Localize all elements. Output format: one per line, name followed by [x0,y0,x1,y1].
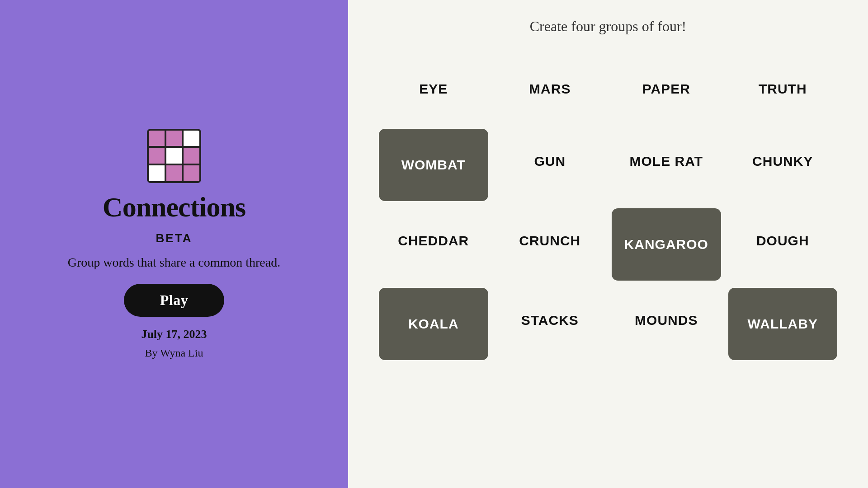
author-label: By Wyna Liu [145,347,203,359]
right-panel: Create four groups of four! EYE MARS PAP… [348,0,868,488]
word-cell-cheddar[interactable]: CHEDDAR [375,205,492,277]
app-logo-icon [147,129,201,183]
logo-cell [166,131,182,146]
word-cell-truth[interactable]: TRUTH [725,53,841,125]
word-cell-koala[interactable]: KOALA [379,288,488,360]
word-row-2: WOMBAT GUN MOLE RAT CHUNKY [375,125,841,205]
word-cell-wallaby[interactable]: WALLABY [728,288,838,360]
word-cell-mars[interactable]: MARS [492,53,609,125]
word-cell-eye[interactable]: EYE [375,53,492,125]
word-row-3: CHEDDAR CRUNCH KANGAROO DOUGH [375,205,841,284]
word-cell-crunch[interactable]: CRUNCH [492,205,609,277]
word-cell-mounds[interactable]: MOUNDS [608,284,725,357]
word-cell-paper[interactable]: PAPER [608,53,725,125]
word-cell-kangaroo[interactable]: KANGAROO [612,208,721,281]
date-label: July 17, 2023 [141,325,207,344]
tagline-text: Group words that share a common thread. [68,253,280,271]
subtitle-text: Create four groups of four! [375,18,841,35]
logo-cell [166,165,182,181]
word-cell-chunky[interactable]: CHUNKY [725,125,841,197]
word-cell-gun[interactable]: GUN [492,125,609,197]
logo-cell [184,131,199,146]
beta-badge: BETA [156,231,193,245]
word-row-4: KOALA STACKS MOUNDS WALLABY [375,284,841,364]
logo-cell [184,148,199,164]
word-cell-wombat[interactable]: WOMBAT [379,129,488,201]
app-title: Connections [103,191,245,223]
logo-cell [184,165,199,181]
word-row-1: EYE MARS PAPER TRUTH [375,53,841,125]
logo-cell [166,148,182,164]
left-panel: Connections BETA Group words that share … [0,0,348,488]
word-cell-mole-rat[interactable]: MOLE RAT [608,125,725,197]
word-cell-stacks[interactable]: STACKS [492,284,609,357]
logo-cell [149,148,165,164]
word-cell-dough[interactable]: DOUGH [725,205,841,277]
word-grid: EYE MARS PAPER TRUTH WOMBAT GUN MOLE RAT… [375,53,841,364]
logo-cell [149,165,165,181]
play-button[interactable]: Play [124,284,224,317]
logo-cell [149,131,165,146]
